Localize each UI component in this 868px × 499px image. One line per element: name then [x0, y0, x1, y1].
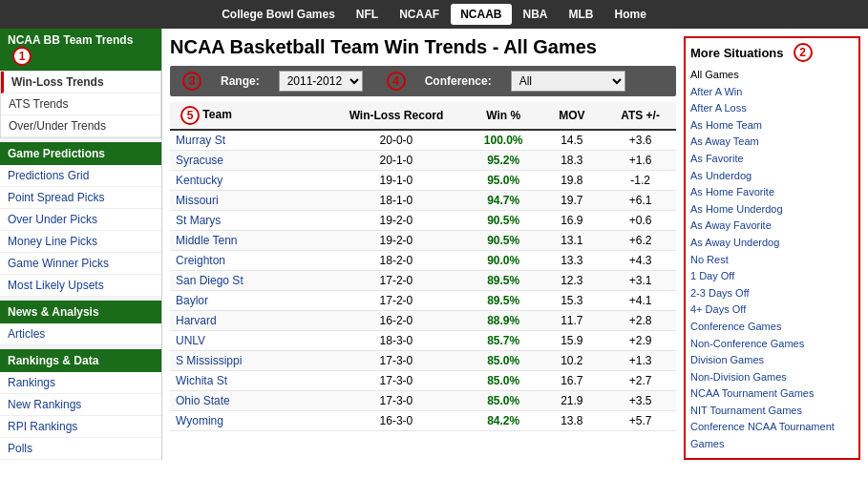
win-loss-record: 17-2-0: [325, 271, 468, 291]
table-row: Middle Tenn 19-2-0 90.5% 13.1 +6.2: [170, 231, 676, 251]
table-row: Harvard 16-2-0 88.9% 11.7 +2.8: [170, 311, 676, 331]
win-percentage: 85.0%: [468, 371, 540, 391]
left-sidebar: NCAA BB Team Trends 1 Win-Loss Trends AT…: [0, 29, 162, 460]
top-nav: College Bowl Games NFL NCAAF NCAAB NBA M…: [0, 0, 868, 29]
right-sidebar-link[interactable]: As Home Team: [690, 117, 854, 135]
ats-value: +6.1: [604, 191, 676, 211]
range-label: Range:: [221, 74, 260, 88]
table-row: UNLV 18-3-0 85.7% 15.9 +2.9: [170, 331, 676, 351]
submenu-ats-trends[interactable]: ATS Trends: [1, 94, 160, 115]
nav-nfl[interactable]: NFL: [347, 4, 388, 25]
right-sidebar-link[interactable]: As Underdog: [690, 168, 854, 185]
win-loss-record: 19-1-0: [325, 171, 468, 191]
team-name: Middle Tenn: [170, 231, 325, 251]
nav-ncaab[interactable]: NCAAB: [451, 4, 511, 25]
sidebar-new-rankings[interactable]: New Rankings: [0, 394, 161, 416]
table-row: Baylor 17-2-0 89.5% 15.3 +4.1: [170, 291, 676, 311]
ats-value: +4.3: [604, 251, 676, 271]
nav-ncaaf[interactable]: NCAAF: [390, 4, 449, 25]
nav-nba[interactable]: NBA: [514, 4, 558, 25]
sidebar-polls[interactable]: Polls: [0, 438, 161, 460]
ats-value: +4.1: [604, 291, 676, 311]
nav-home[interactable]: Home: [605, 4, 656, 25]
table-row: S Mississippi 17-3-0 85.0% 10.2 +1.3: [170, 351, 676, 371]
right-sidebar-link[interactable]: After A Loss: [690, 100, 854, 117]
range-select[interactable]: 2011-2012 2010-2011 2009-2010: [279, 71, 363, 92]
sidebar-point-spread[interactable]: Point Spread Picks: [0, 187, 161, 209]
right-sidebar-link[interactable]: As Favorite: [690, 151, 854, 168]
section-news-analysis: News & Analysis: [0, 301, 161, 323]
sidebar-money-line[interactable]: Money Line Picks: [0, 231, 161, 253]
sidebar-over-under[interactable]: Over Under Picks: [0, 209, 161, 231]
win-loss-record: 17-2-0: [325, 291, 468, 311]
right-sidebar-link[interactable]: As Home Favorite: [690, 184, 854, 201]
nav-mlb[interactable]: MLB: [560, 4, 603, 25]
mov-value: 15.3: [540, 291, 605, 311]
win-loss-record: 17-3-0: [325, 391, 468, 411]
right-sidebar-link[interactable]: As Away Team: [690, 134, 854, 151]
circle-2: 2: [794, 43, 813, 62]
right-sidebar-link[interactable]: After A Win: [690, 84, 854, 101]
right-sidebar-link[interactable]: Non-Conference Games: [690, 336, 854, 353]
win-loss-record: 17-3-0: [325, 371, 468, 391]
right-sidebar-link[interactable]: 2-3 Days Off: [690, 285, 854, 302]
table-row: Wichita St 17-3-0 85.0% 16.7 +2.7: [170, 371, 676, 391]
win-percentage: 89.5%: [468, 271, 540, 291]
team-name: Missouri: [170, 191, 325, 211]
mov-value: 21.9: [540, 391, 605, 411]
right-sidebar-link[interactable]: 4+ Days Off: [690, 301, 854, 319]
sidebar-game-winner[interactable]: Game Winner Picks: [0, 253, 161, 275]
table-row: Missouri 18-1-0 94.7% 19.7 +6.1: [170, 191, 676, 211]
right-sidebar-link[interactable]: NCAA Tournament Games: [690, 385, 854, 403]
right-sidebar-link[interactable]: As Away Favorite: [690, 218, 854, 235]
table-row: Kentucky 19-1-0 95.0% 19.8 -1.2: [170, 171, 676, 191]
win-loss-record: 20-1-0: [325, 151, 468, 171]
conference-label: Conference:: [425, 74, 492, 88]
mov-value: 18.3: [540, 151, 605, 171]
submenu-over-under[interactable]: Over/Under Trends: [1, 115, 160, 137]
right-sidebar-link[interactable]: Non-Division Games: [690, 369, 854, 386]
right-sidebar-link[interactable]: Conference NCAA Tournament Games: [690, 419, 854, 452]
win-loss-record: 16-3-0: [325, 411, 468, 431]
table-row: St Marys 19-2-0 90.5% 16.9 +0.6: [170, 211, 676, 231]
win-loss-record: 17-3-0: [325, 351, 468, 371]
circle-4: 4: [387, 72, 406, 91]
sidebar-predictions-grid[interactable]: Predictions Grid: [0, 165, 161, 187]
conference-select[interactable]: All ACC Big Ten Big 12 SEC Pac-12: [511, 71, 625, 92]
table-row: Wyoming 16-3-0 84.2% 13.8 +5.7: [170, 411, 676, 431]
ats-value: +3.6: [604, 130, 676, 151]
right-sidebar-link[interactable]: As Home Underdog: [690, 201, 854, 218]
sidebar-articles[interactable]: Articles: [0, 323, 161, 345]
right-sidebar-link[interactable]: NIT Tournament Games: [690, 403, 854, 420]
right-sidebar-link[interactable]: Conference Games: [690, 319, 854, 336]
header-ats: ATS +/-: [604, 102, 676, 130]
sidebar-rankings[interactable]: Rankings: [0, 372, 161, 394]
right-sidebar-link[interactable]: As Away Underdog: [690, 235, 854, 252]
right-sidebar-link[interactable]: No Rest: [690, 252, 854, 269]
win-percentage: 89.5%: [468, 291, 540, 311]
right-sidebar-link[interactable]: 1 Day Off: [690, 268, 854, 285]
ats-value: +5.7: [604, 411, 676, 431]
section-game-predictions: Game Predictions: [0, 142, 161, 165]
table-row: Ohio State 17-3-0 85.0% 21.9 +3.5: [170, 391, 676, 411]
win-percentage: 100.0%: [468, 130, 540, 151]
mov-value: 13.1: [540, 231, 605, 251]
team-name: St Marys: [170, 211, 325, 231]
team-name: Baylor: [170, 291, 325, 311]
win-percentage: 94.7%: [468, 191, 540, 211]
sidebar-most-likely-upsets[interactable]: Most Likely Upsets: [0, 275, 161, 297]
win-loss-record: 19-2-0: [325, 231, 468, 251]
ats-value: +2.9: [604, 331, 676, 351]
ats-value: +0.6: [604, 211, 676, 231]
nav-college-bowl-games[interactable]: College Bowl Games: [212, 4, 345, 25]
mov-value: 19.7: [540, 191, 605, 211]
sidebar-rpi-rankings[interactable]: RPI Rankings: [0, 416, 161, 438]
win-percentage: 85.0%: [468, 391, 540, 411]
submenu-win-loss[interactable]: Win-Loss Trends: [1, 72, 160, 94]
win-percentage: 90.0%: [468, 251, 540, 271]
win-percentage: 88.9%: [468, 311, 540, 331]
right-sidebar-links: All GamesAfter A WinAfter A LossAs Home …: [690, 67, 854, 453]
team-name: Wichita St: [170, 371, 325, 391]
right-sidebar-link[interactable]: Division Games: [690, 352, 854, 369]
circle-3: 3: [182, 72, 201, 91]
